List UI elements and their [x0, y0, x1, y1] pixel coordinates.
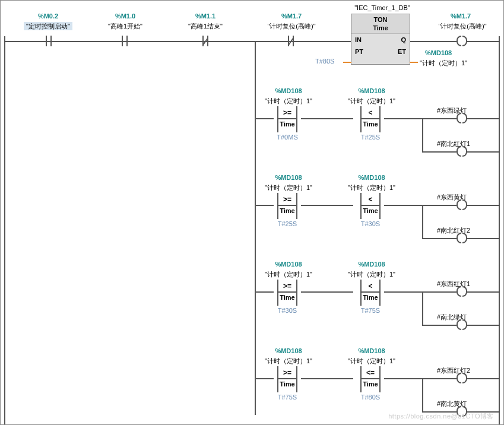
cmp1l-val: T#0MS — [272, 134, 302, 141]
g2-coil2[interactable] — [457, 233, 467, 243]
cmp3r[interactable]: <Time — [356, 280, 385, 306]
watermark: https://blog.csdn.ne@51CTO博客 — [388, 412, 494, 421]
coil-m17[interactable] — [457, 36, 467, 46]
timer-pin-pt: PT — [355, 48, 363, 55]
contact-m11-addr: %M1.1 — [179, 12, 232, 20]
cmp1r-label: "计时（定时）1" — [336, 97, 407, 106]
contact-m10[interactable] — [119, 36, 130, 46]
left-power-rail — [4, 36, 5, 424]
contact-m17a-label: "计时复位(高峰)" — [256, 22, 327, 31]
cmp4r-addr: %MD108 — [345, 347, 398, 354]
timer-et-addr: %MD108 — [425, 49, 452, 56]
g2-coil1[interactable] — [457, 199, 467, 210]
cmp2r-addr: %MD108 — [345, 174, 398, 181]
cmp1r[interactable]: <Time — [356, 106, 385, 132]
cmp1l[interactable]: >=Time — [272, 106, 302, 132]
contact-m02[interactable] — [43, 36, 54, 46]
g1-coil1[interactable] — [457, 113, 467, 123]
cmp2l-val: T#25S — [272, 220, 302, 227]
timer-et-label: "计时（定时）1" — [420, 59, 467, 68]
cmp3r-val: T#75S — [356, 307, 385, 314]
cmp2r[interactable]: <Time — [356, 193, 385, 219]
cmp4r-label: "计时（定时）1" — [336, 357, 407, 366]
contact-m02-addr: %M0.2 — [18, 12, 78, 20]
coil-m17-label: "计时复位(高峰)" — [427, 22, 498, 31]
cmp3l-val: T#30S — [272, 307, 302, 314]
cmp4l-val: T#75S — [272, 394, 302, 401]
cmp1r-addr: %MD108 — [345, 87, 398, 94]
cmp2l[interactable]: >=Time — [272, 193, 302, 219]
cmp3l-addr: %MD108 — [262, 261, 315, 268]
cmp3r-addr: %MD108 — [345, 261, 398, 268]
contact-m17a[interactable] — [286, 36, 296, 46]
timer-pin-et: ET — [398, 48, 406, 55]
cmp4l[interactable]: >=Time — [272, 366, 302, 392]
g1-coil2[interactable] — [457, 146, 467, 157]
timer-type: TON — [351, 15, 410, 24]
right-power-rail — [499, 36, 500, 424]
timer-pt-value: T#80S — [315, 58, 334, 65]
cmp4l-addr: %MD108 — [262, 347, 315, 354]
cmp3r-label: "计时（定时）1" — [336, 270, 407, 279]
contact-m17a-addr: %M1.7 — [262, 12, 321, 20]
coil-m17-addr: %M1.7 — [434, 12, 487, 20]
g3-coil1[interactable] — [457, 286, 467, 297]
contact-m11-label: "高峰1结束" — [176, 22, 235, 31]
g4-coil1[interactable] — [457, 373, 467, 383]
cmp2r-label: "计时（定时）1" — [336, 183, 407, 192]
g3-coil2[interactable] — [457, 319, 467, 330]
cmp4l-label: "计时（定时）1" — [253, 357, 324, 366]
contact-m10-addr: %M1.0 — [99, 12, 152, 20]
cmp2l-label: "计时（定时）1" — [253, 183, 324, 192]
cmp3l-label: "计时（定时）1" — [253, 270, 324, 279]
cmp4r-val: T#80S — [356, 394, 385, 401]
timer-block[interactable]: TON Time INQ PTET — [351, 14, 410, 65]
timer-db-label: "IEC_Timer_1_DB" — [350, 4, 415, 11]
cmp2l-addr: %MD108 — [262, 174, 315, 181]
cmp1l-label: "计时（定时）1" — [253, 97, 324, 106]
contact-m02-label: "定时控制启动" — [7, 22, 90, 31]
cmp1r-val: T#25S — [356, 134, 385, 141]
cmp1l-addr: %MD108 — [262, 87, 315, 94]
timer-pin-in: IN — [355, 36, 362, 43]
contact-m11[interactable] — [200, 36, 211, 46]
contact-m10-label: "高峰1开始" — [96, 22, 155, 31]
timer-pin-q: Q — [401, 36, 406, 43]
cmp2r-val: T#30S — [356, 220, 385, 227]
cmp4r[interactable]: <=Time — [356, 366, 385, 392]
timer-subtype: Time — [351, 24, 410, 32]
cmp3l[interactable]: >=Time — [272, 280, 302, 306]
